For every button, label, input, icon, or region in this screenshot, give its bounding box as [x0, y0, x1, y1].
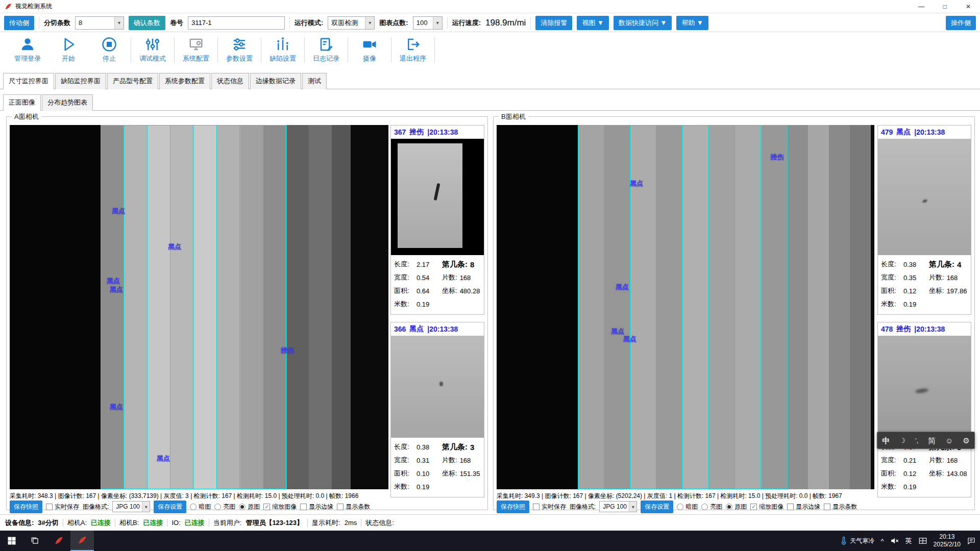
split-count-select[interactable]: 8 ▾ [75, 16, 124, 30]
defect-thumbnail [878, 139, 971, 255]
chevron-down-icon[interactable]: ▾ [365, 17, 374, 29]
tab-product-model-config[interactable]: 产品型号配置 [107, 73, 158, 89]
close-button[interactable]: ✕ [957, 0, 980, 13]
start-button[interactable]: 开始 [48, 37, 89, 63]
maximize-button[interactable]: □ [933, 0, 957, 13]
task-view-button[interactable] [23, 531, 47, 551]
tab-edge-data-record[interactable]: 边缘数据记录 [250, 73, 301, 89]
chart-points-select[interactable]: 100 ▾ [413, 16, 443, 30]
taskbar-weather[interactable]: 天气寒冷 [839, 536, 875, 545]
run-mode-select[interactable]: 双面检测 ▾ [328, 16, 375, 30]
tab-system-param-config[interactable]: 系统参数配置 [159, 73, 210, 89]
realtime-save-checkbox[interactable]: 实时保存 [46, 503, 79, 511]
camera-b-panel: B面相机 挫伤 黑点 黑点 黑点 黑点 479 黑点 |20:13:38 长度:… [493, 116, 975, 510]
original-image-radio[interactable]: 原图 [239, 503, 260, 511]
camera-b-image[interactable]: 挫伤 黑点 黑点 黑点 黑点 [497, 125, 874, 489]
checkbox-box[interactable] [533, 504, 540, 510]
ime-language-indicator[interactable]: 英 [905, 536, 912, 545]
drive-side-button[interactable]: 传动侧 [4, 16, 34, 30]
taskbar-app-inspection[interactable] [47, 531, 70, 551]
save-snapshot-button[interactable]: 保存快照 [497, 500, 529, 513]
minimize-button[interactable]: — [910, 0, 933, 13]
bright-image-radio[interactable]: 亮图 [701, 503, 722, 511]
punctuation-mode-icon[interactable]: ’, [915, 437, 919, 444]
chevron-down-icon[interactable]: ▾ [629, 502, 636, 512]
save-snapshot-button[interactable]: 保存快照 [10, 500, 42, 513]
tab-size-monitor[interactable]: 尺寸监控界面 [3, 73, 54, 89]
checkbox-box[interactable]: ✓ [750, 504, 757, 510]
roll-number-input[interactable] [188, 16, 285, 30]
log-record-button[interactable]: 日志记录 [306, 37, 347, 63]
show-edges-checkbox[interactable]: 显示边缘 [300, 503, 333, 511]
action-center-icon[interactable] [967, 536, 976, 545]
tab-test[interactable]: 测试 [302, 73, 327, 89]
checkbox-box[interactable] [337, 504, 344, 510]
defect-card[interactable]: 478 挫伤 |20:13:38 长度:0.57第几条:3 宽度:0.21片数:… [877, 322, 971, 497]
taskbar-clock[interactable]: 20:13 2025/2/10 [934, 533, 961, 548]
ime-simplified-mode[interactable]: 简 [928, 437, 936, 444]
checkbox-box[interactable] [300, 504, 307, 510]
exit-program-button[interactable]: 退出程序 [393, 37, 433, 63]
defect-card-header: 479 黑点 |20:13:38 [878, 126, 971, 139]
start-button[interactable] [0, 531, 23, 551]
clear-alarm-button[interactable]: 清除报警 [535, 16, 572, 30]
speaker-mute-icon[interactable] [890, 536, 899, 545]
confirm-count-button[interactable]: 确认条数 [129, 16, 165, 30]
bright-image-radio[interactable]: 亮图 [214, 503, 235, 511]
checkbox-box[interactable] [824, 504, 830, 510]
save-settings-button[interactable]: 保存设置 [641, 500, 673, 513]
stop-icon [102, 37, 117, 52]
parameter-settings-button[interactable]: 参数设置 [219, 37, 260, 63]
toolbar-divider [530, 17, 531, 29]
save-settings-button[interactable]: 保存设置 [154, 500, 186, 513]
admin-login-button[interactable]: 管理登录 [7, 37, 48, 63]
tab-status-info[interactable]: 状态信息 [211, 73, 249, 89]
defect-card[interactable]: 479 黑点 |20:13:38 长度:0.38第几条:4 宽度:0.35片数:… [877, 125, 971, 315]
image-format-select[interactable]: JPG 100▾ [112, 501, 150, 512]
zoom-image-checkbox[interactable]: ✓缩放图像 [263, 503, 297, 511]
camera-record-button[interactable]: 摄像 [349, 37, 390, 63]
zoom-image-checkbox[interactable]: ✓缩放图像 [750, 503, 783, 511]
tab-distribution-trend-chart[interactable]: 分布趋势图表 [42, 94, 93, 111]
emoji-icon[interactable]: ☺ [945, 437, 953, 444]
operator-side-button[interactable]: 操作侧 [946, 16, 976, 30]
defect-card[interactable]: 367 挫伤 |20:13:38 长度:2.17第几条:8 宽度:0.54片数:… [390, 125, 484, 315]
dark-image-radio[interactable]: 暗图 [190, 503, 211, 511]
debug-mode-button[interactable]: 调试模式 [132, 37, 173, 63]
gear-icon[interactable]: ⚙ [963, 437, 969, 444]
realtime-save-checkbox[interactable]: 实时保存 [533, 503, 566, 511]
image-format-select[interactable]: JPG 100▾ [599, 501, 637, 512]
taskbar-app-inspection-active[interactable] [70, 531, 94, 551]
tab-defect-monitor[interactable]: 缺陷监控界面 [55, 73, 106, 89]
checkbox-box[interactable] [46, 504, 53, 510]
camera-a-image[interactable]: 黑点 黑点 黑点 黑点 挫伤 黑点 黑点 [10, 125, 388, 489]
show-strip-count-checkbox[interactable]: 显示条数 [824, 503, 857, 511]
dark-image-radio[interactable]: 暗图 [677, 503, 698, 511]
hidden-icons-button[interactable]: ^ [881, 537, 884, 545]
horizontal-sliders-icon [232, 37, 247, 52]
help-menu-button[interactable]: 帮助 ▼ [676, 16, 708, 30]
touch-keyboard-icon[interactable] [918, 536, 927, 545]
moon-icon[interactable]: ☽ [899, 437, 905, 444]
defect-card[interactable]: 366 黑点 |20:13:38 长度:0.38第几条:3 宽度:0.31片数:… [390, 322, 484, 497]
checkbox-box[interactable]: ✓ [263, 504, 270, 510]
tab-front-image[interactable]: 正面图像 [3, 94, 41, 111]
chevron-down-icon[interactable]: ▾ [433, 17, 442, 29]
chevron-down-icon[interactable]: ▾ [142, 502, 150, 512]
checkbox-box[interactable] [787, 504, 794, 510]
original-image-radio[interactable]: 原图 [726, 503, 747, 511]
show-edges-checkbox[interactable]: 显示边缘 [787, 503, 820, 511]
main-tab-strip: 尺寸监控界面 缺陷监控界面 产品型号配置 系统参数配置 状态信息 边缘数据记录 … [0, 73, 980, 89]
view-menu-button[interactable]: 视图 ▼ [577, 16, 608, 30]
stop-button[interactable]: 停止 [89, 37, 130, 63]
defect-stats: 长度:0.38第几条:3 宽度:0.31片数:168 面积:0.10坐标:151… [391, 438, 484, 497]
ime-chinese-mode[interactable]: 中 [882, 437, 890, 444]
camera-b-controls: 保存快照 实时保存 图像格式: JPG 100▾ 保存设置 暗图 亮图 原图 ✓… [497, 500, 857, 513]
data-quick-access-menu-button[interactable]: 数据快捷访问 ▼ [614, 16, 672, 30]
show-strip-count-checkbox[interactable]: 显示条数 [337, 503, 370, 511]
system-config-button[interactable]: 系统配置 [176, 37, 216, 63]
chevron-down-icon[interactable]: ▾ [114, 17, 124, 29]
vertical-sliders-icon [145, 37, 160, 52]
defect-mark: 黑点 [616, 283, 629, 292]
defect-settings-button[interactable]: 缺陷设置 [262, 37, 303, 63]
